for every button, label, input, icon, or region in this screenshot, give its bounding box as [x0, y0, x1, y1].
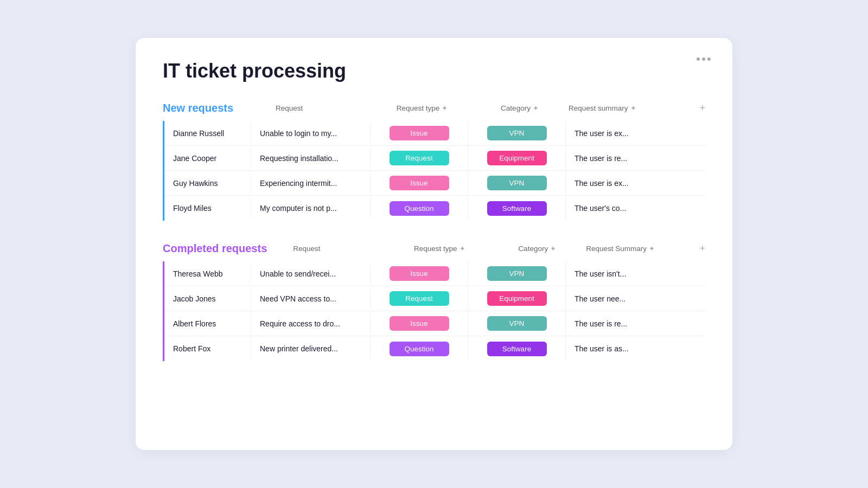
cell-summary: The user is re... — [566, 149, 705, 168]
table-row[interactable]: Floyd Miles My computer is not p... Ques… — [164, 196, 705, 221]
cell-category: Equipment — [468, 287, 566, 310]
col-header-request-new: Request — [276, 104, 373, 112]
cell-type: Request — [371, 146, 468, 170]
new-requests-header: New requests Request Request type ✦ Cate… — [163, 102, 705, 114]
cell-category: VPN — [468, 171, 566, 195]
cell-type: Request — [371, 287, 468, 310]
cell-request: Requesting installatio... — [251, 149, 371, 168]
completed-requests-table: Theresa Webb Unable to send/recei... Iss… — [163, 261, 705, 361]
cell-name: Floyd Miles — [164, 198, 251, 218]
cell-name: Dianne Russell — [164, 124, 251, 143]
cell-category: VPN — [468, 121, 566, 145]
cell-request: Unable to send/recei... — [251, 264, 371, 284]
type-badge: Request — [390, 151, 449, 165]
dot2 — [702, 57, 705, 61]
category-badge: Equipment — [487, 151, 547, 165]
cell-name: Jacob Jones — [164, 289, 251, 309]
col-header-type-new: Request type ✦ — [373, 104, 471, 112]
type-badge: Issue — [390, 266, 449, 281]
cell-summary: The user is re... — [566, 314, 705, 333]
col-header-type-completed: Request type ✦ — [391, 245, 488, 253]
dot1 — [697, 57, 700, 61]
cell-type: Issue — [371, 171, 468, 195]
cell-name: Guy Hawkins — [164, 174, 251, 193]
sparkle-icon-summary-completed: ✦ — [649, 245, 655, 253]
cell-request: New printer delivered... — [251, 339, 371, 358]
cell-category: VPN — [468, 262, 566, 285]
completed-requests-title: Completed requests — [163, 242, 267, 255]
sparkle-icon-category-new: ✦ — [533, 104, 539, 112]
table-row[interactable]: Dianne Russell Unable to login to my... … — [164, 121, 705, 146]
new-requests-table: Dianne Russell Unable to login to my... … — [163, 121, 705, 221]
table-row[interactable]: Jane Cooper Requesting installatio... Re… — [164, 146, 705, 171]
table-row[interactable]: Robert Fox New printer delivered... Ques… — [164, 336, 705, 361]
cell-category: VPN — [468, 312, 566, 335]
cell-type: Issue — [371, 312, 468, 335]
col-header-request-completed: Request — [293, 245, 391, 253]
type-badge: Issue — [390, 176, 449, 190]
type-badge: Question — [390, 342, 449, 356]
page-title: IT ticket processing — [163, 60, 705, 82]
cell-name: Albert Flores — [164, 314, 251, 333]
table-row[interactable]: Jacob Jones Need VPN access to... Reques… — [164, 286, 705, 311]
completed-requests-header: Completed requests Request Request type … — [163, 242, 705, 255]
table-row[interactable]: Theresa Webb Unable to send/recei... Iss… — [164, 261, 705, 286]
category-badge: Software — [487, 201, 547, 216]
category-badge: Equipment — [487, 291, 547, 306]
cell-summary: The user isn't... — [566, 264, 705, 284]
col-header-category-completed: Category ✦ — [488, 245, 586, 253]
cell-type: Question — [371, 337, 468, 361]
more-menu-button[interactable] — [697, 57, 711, 61]
type-badge: Question — [390, 201, 449, 216]
cell-summary: The user is ex... — [566, 174, 705, 193]
category-badge: VPN — [487, 176, 547, 190]
col-header-category-new: Category ✦ — [471, 104, 569, 112]
sparkle-icon-category-completed: ✦ — [550, 245, 556, 253]
cell-type: Question — [371, 197, 468, 220]
cell-request: Experiencing intermit... — [251, 174, 371, 193]
cell-category: Software — [468, 337, 566, 361]
new-requests-section: New requests Request Request type ✦ Cate… — [163, 102, 705, 221]
cell-summary: The user is as... — [566, 339, 705, 358]
cell-summary: The user's co... — [566, 198, 705, 218]
completed-requests-col-headers: Request Request type ✦ Category ✦ Reques… — [289, 243, 705, 254]
cell-request: Require access to dro... — [251, 314, 371, 333]
cell-category: Software — [468, 197, 566, 220]
cell-type: Issue — [371, 121, 468, 145]
type-badge: Request — [390, 291, 449, 306]
type-badge: Issue — [390, 126, 449, 140]
cell-summary: The user is ex... — [566, 124, 705, 143]
dot3 — [707, 57, 711, 61]
cell-type: Issue — [371, 262, 468, 285]
table-row[interactable]: Albert Flores Require access to dro... I… — [164, 311, 705, 336]
add-column-completed[interactable]: + — [699, 243, 705, 254]
cell-category: Equipment — [468, 146, 566, 170]
new-requests-col-headers: Request Request type ✦ Category ✦ Reques… — [271, 102, 705, 114]
new-requests-title: New requests — [163, 102, 250, 114]
cell-name: Jane Cooper — [164, 149, 251, 168]
cell-request: My computer is not p... — [251, 198, 371, 218]
cell-name: Theresa Webb — [164, 264, 251, 284]
sparkle-icon-type-completed: ✦ — [459, 245, 465, 253]
sparkle-icon-summary-new: ✦ — [630, 104, 636, 112]
sparkle-icon-type-new: ✦ — [442, 104, 448, 112]
category-badge: VPN — [487, 126, 547, 140]
main-card: IT ticket processing New requests Reques… — [136, 38, 732, 450]
category-badge: VPN — [487, 266, 547, 281]
cell-request: Need VPN access to... — [251, 289, 371, 309]
cell-summary: The user nee... — [566, 289, 705, 309]
col-header-summary-completed: Request Summary ✦ — [586, 245, 694, 253]
add-column-new[interactable]: + — [699, 102, 705, 114]
category-badge: Software — [487, 342, 547, 356]
type-badge: Issue — [390, 316, 449, 331]
col-header-summary-new: Request summary ✦ — [569, 104, 677, 112]
cell-request: Unable to login to my... — [251, 124, 371, 143]
completed-requests-section: Completed requests Request Request type … — [163, 242, 705, 361]
cell-name: Robert Fox — [164, 339, 251, 358]
category-badge: VPN — [487, 316, 547, 331]
table-row[interactable]: Guy Hawkins Experiencing intermit... Iss… — [164, 171, 705, 196]
